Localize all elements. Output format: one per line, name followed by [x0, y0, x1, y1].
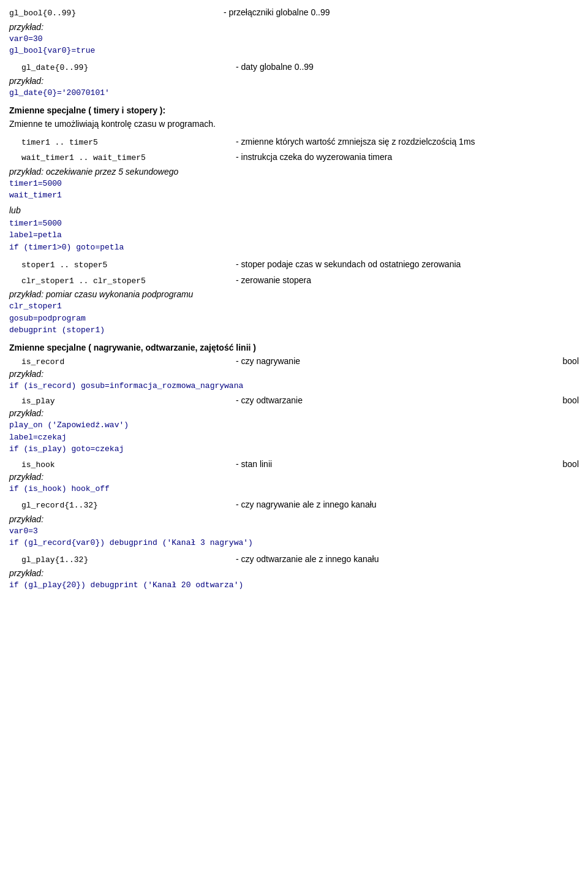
code-line: debugprint (stoper1) — [9, 324, 579, 337]
code-1: var0=30 gl_bool{var0}=true — [9, 33, 579, 57]
example-label-5: przykład: — [9, 369, 579, 379]
clr-stoper-desc: - zerowanie stopera — [236, 275, 311, 285]
code-line: gl_bool{var0}=true — [9, 45, 579, 57]
is-play-desc: - czy odtwarzanie — [236, 395, 303, 405]
code-line: if (gl_record{var0}) debugprind ('Kanał … — [9, 537, 579, 549]
code-10: if (gl_play{20}) debugprint ('Kanał 20 o… — [9, 579, 579, 591]
is-play-row: is_play - czy odtwarzanie bool — [9, 395, 579, 406]
code-line: var0=30 — [9, 33, 579, 45]
wait-timer-desc: - instrukcja czeka do wyzerowania timera — [236, 152, 392, 162]
code-line: if (is_record) gosub=informacja_rozmowa_… — [9, 380, 579, 392]
gl-bool-var: gl_bool{0..99} — [9, 9, 76, 18]
stoper-desc: - stoper podaje czas w sekundach od osta… — [236, 259, 461, 269]
lub-block: lub — [9, 205, 579, 215]
is-record-bool: bool — [563, 356, 579, 366]
is-record-row: is_record - czy nagrywanie bool — [9, 356, 579, 367]
gl-date-desc: - daty globalne 0..99 — [236, 62, 314, 72]
section-timery-heading: Zmienne specjalne ( timery i stopery ): — [9, 105, 579, 115]
is-record-var: is_record — [21, 357, 64, 367]
code-line: gosub=podprogram — [9, 313, 579, 325]
is-play-bool: bool — [563, 395, 579, 405]
gl-play-var: gl_play{1..32} — [21, 555, 88, 565]
code-line: if (is_play) goto=czekaj — [9, 443, 579, 455]
section-timery: Zmienne specjalne ( timery i stopery ): … — [9, 105, 579, 131]
code-line: if (gl_play{20}) debugprint ('Kanał 20 o… — [9, 579, 579, 591]
example-block-9: przykład: var0=3 if (gl_record{var0}) de… — [9, 514, 579, 549]
example-block-10: przykład: if (gl_play{20}) debugprint ('… — [9, 568, 579, 591]
gl-date-row: gl_date{0..99} - daty globalne 0..99 — [9, 61, 579, 74]
clr-stoper-var: clr_stoper1 .. clr_stoper5 — [21, 276, 146, 286]
section-timery-desc: Zmienne te umożliwiają kontrolę czasu w … — [9, 118, 579, 131]
example-label-8: przykład: — [9, 514, 579, 524]
is-hook-var: is_hook — [21, 460, 55, 470]
gl-play-row: gl_play{1..32} - czy odtwarzanie ale z i… — [9, 553, 579, 566]
example-label-4: przykład: pomiar czasu wykonania podprog… — [9, 289, 579, 299]
code-line: label=petla — [9, 229, 579, 242]
code-line: if (is_hook) hook_off — [9, 483, 579, 495]
gl-record-row: gl_record{1..32} - czy nagrywanie ale z … — [9, 498, 579, 512]
stoper-row: stoper1 .. stoper5 - stoper podaje czas … — [9, 258, 579, 272]
example-block-5: przykład: pomiar czasu wykonania podprog… — [9, 289, 579, 337]
example-block-8: przykład: if (is_hook) hook_off — [9, 472, 579, 495]
section-nagrywanie: Zmienne specjalne ( nagrywanie, odtwarza… — [9, 343, 579, 352]
is-play-var: is_play — [21, 397, 55, 406]
is-hook-bool: bool — [563, 459, 579, 469]
code-3: timer1=5000 wait_timer1 — [9, 178, 579, 202]
example-block-1: przykład: var0=30 gl_bool{var0}=true — [9, 22, 579, 57]
gl-play-desc: - czy odtwarzanie ale z innego kanału — [236, 554, 379, 564]
gl-date-var: gl_date{0..99} — [21, 63, 88, 72]
code-line: wait_timer1 — [9, 189, 579, 202]
example-label-1: przykład: — [9, 22, 579, 32]
code-line: if (timer1>0) goto=petla — [9, 242, 579, 254]
code-line: var0=3 — [9, 525, 579, 538]
example-block-3: przykład: oczekiwanie przez 5 sekundoweg… — [9, 167, 579, 202]
example-block-2: przykład: gl_date{0}='20070101' — [9, 76, 579, 99]
wait-timer-var: wait_timer1 .. wait_timer5 — [21, 153, 146, 162]
example-block-7: przykład: play_on ('Zapowiedź.wav') labe… — [9, 408, 579, 455]
code-7: play_on ('Zapowiedź.wav') label=czekaj i… — [9, 419, 579, 455]
code-8: if (is_hook) hook_off — [9, 483, 579, 495]
timer-desc: - zmienne których wartość zmniejsza się … — [236, 137, 475, 146]
code-line: play_on ('Zapowiedź.wav') — [9, 419, 579, 432]
example-label-2: przykład: — [9, 76, 579, 86]
stoper-var: stoper1 .. stoper5 — [21, 261, 107, 270]
timer-var: timer1 .. timer5 — [21, 138, 98, 147]
gl-bool-row: gl_bool{0..99} - przełączniki globalne 0… — [9, 6, 579, 20]
code-6: if (is_record) gosub=informacja_rozmowa_… — [9, 380, 579, 392]
gl-bool-desc: - przełączniki globalne 0..99 — [224, 7, 330, 17]
is-record-desc: - czy nagrywanie — [236, 356, 300, 366]
gl-record-var: gl_record{1..32} — [21, 501, 98, 510]
code-line: timer1=5000 — [9, 218, 579, 230]
code-4: timer1=5000 label=petla if (timer1>0) go… — [9, 218, 579, 254]
example-block-4: timer1=5000 label=petla if (timer1>0) go… — [9, 218, 579, 254]
section-nagrywanie-heading: Zmienne specjalne ( nagrywanie, odtwarza… — [9, 343, 579, 352]
lub-label: lub — [9, 205, 579, 215]
wait-timer-row: wait_timer1 .. wait_timer5 - instrukcja … — [9, 151, 579, 164]
timer-row: timer1 .. timer5 - zmienne których warto… — [9, 135, 579, 149]
code-line: gl_date{0}='20070101' — [9, 87, 579, 99]
example-label-7: przykład: — [9, 472, 579, 482]
gl-record-desc: - czy nagrywanie ale z innego kanału — [236, 500, 377, 509]
clr-stoper-row: clr_stoper1 .. clr_stoper5 - zerowanie s… — [9, 274, 579, 287]
is-hook-desc: - stan linii — [236, 459, 272, 469]
code-2: gl_date{0}='20070101' — [9, 87, 579, 99]
example-block-6: przykład: if (is_record) gosub=informacj… — [9, 369, 579, 392]
code-line: clr_stoper1 — [9, 300, 579, 313]
example-label-6: przykład: — [9, 408, 579, 418]
code-9: var0=3 if (gl_record{var0}) debugprind (… — [9, 525, 579, 549]
code-line: label=czekaj — [9, 432, 579, 444]
code-line: timer1=5000 — [9, 178, 579, 190]
is-hook-row: is_hook - stan linii bool — [9, 459, 579, 470]
code-5: clr_stoper1 gosub=podprogram debugprint … — [9, 300, 579, 337]
example-label-3: przykład: oczekiwanie przez 5 sekundoweg… — [9, 167, 579, 177]
example-label-9: przykład: — [9, 568, 579, 578]
